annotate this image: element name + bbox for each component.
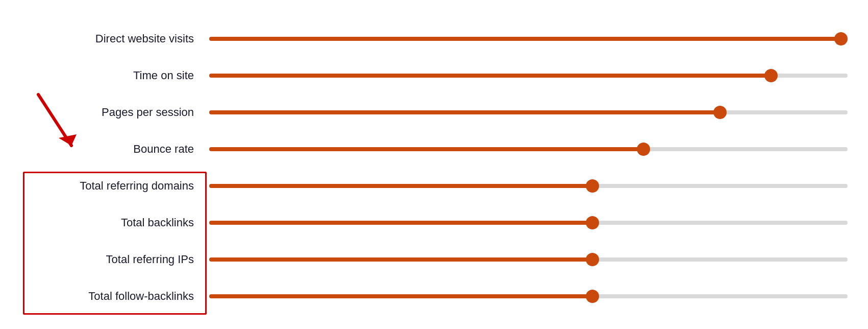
label-pages-per-session: Pages per session: [20, 106, 209, 119]
dot-pages-per-session[interactable]: [713, 106, 727, 119]
label-total-backlinks: Total backlinks: [20, 216, 209, 229]
label-time-on-site: Time on site: [20, 69, 209, 82]
track-total-referring-domains[interactable]: [209, 183, 848, 189]
label-bounce-rate: Bounce rate: [20, 143, 209, 156]
track-time-on-site[interactable]: [209, 73, 848, 78]
track-fill-total-backlinks: [209, 221, 592, 225]
chart-container: Direct website visitsTime on sitePages p…: [0, 10, 868, 325]
track-fill-time-on-site: [209, 74, 771, 78]
row-pages-per-session: Pages per session: [20, 94, 848, 131]
row-direct-website-visits: Direct website visits: [20, 20, 848, 57]
row-time-on-site: Time on site: [20, 57, 848, 94]
label-total-referring-domains: Total referring domains: [20, 179, 209, 193]
track-fill-total-referring-domains: [209, 184, 592, 188]
dot-direct-website-visits[interactable]: [834, 32, 848, 45]
track-fill-pages-per-session: [209, 110, 720, 114]
dot-bounce-rate[interactable]: [637, 143, 650, 156]
label-direct-website-visits: Direct website visits: [20, 32, 209, 45]
track-fill-total-follow-backlinks: [209, 294, 592, 298]
dot-total-referring-ips[interactable]: [586, 253, 599, 266]
track-fill-bounce-rate: [209, 147, 643, 151]
row-bounce-rate: Bounce rate: [20, 131, 848, 168]
row-total-referring-domains: Total referring domains: [20, 168, 848, 204]
label-total-follow-backlinks: Total follow-backlinks: [20, 290, 209, 303]
track-total-backlinks[interactable]: [209, 220, 848, 225]
track-bounce-rate[interactable]: [209, 147, 848, 152]
dot-total-follow-backlinks[interactable]: [586, 290, 599, 303]
dot-total-referring-domains[interactable]: [586, 179, 599, 193]
dot-total-backlinks[interactable]: [586, 216, 599, 229]
row-total-follow-backlinks: Total follow-backlinks: [20, 278, 848, 315]
row-total-referring-ips: Total referring IPs: [20, 241, 848, 278]
track-direct-website-visits[interactable]: [209, 36, 848, 41]
track-total-follow-backlinks[interactable]: [209, 294, 848, 299]
track-total-referring-ips[interactable]: [209, 257, 848, 262]
dot-time-on-site[interactable]: [764, 69, 778, 82]
track-pages-per-session[interactable]: [209, 110, 848, 115]
row-total-backlinks: Total backlinks: [20, 204, 848, 241]
label-total-referring-ips: Total referring IPs: [20, 253, 209, 266]
track-fill-direct-website-visits: [209, 37, 841, 41]
track-fill-total-referring-ips: [209, 257, 592, 262]
